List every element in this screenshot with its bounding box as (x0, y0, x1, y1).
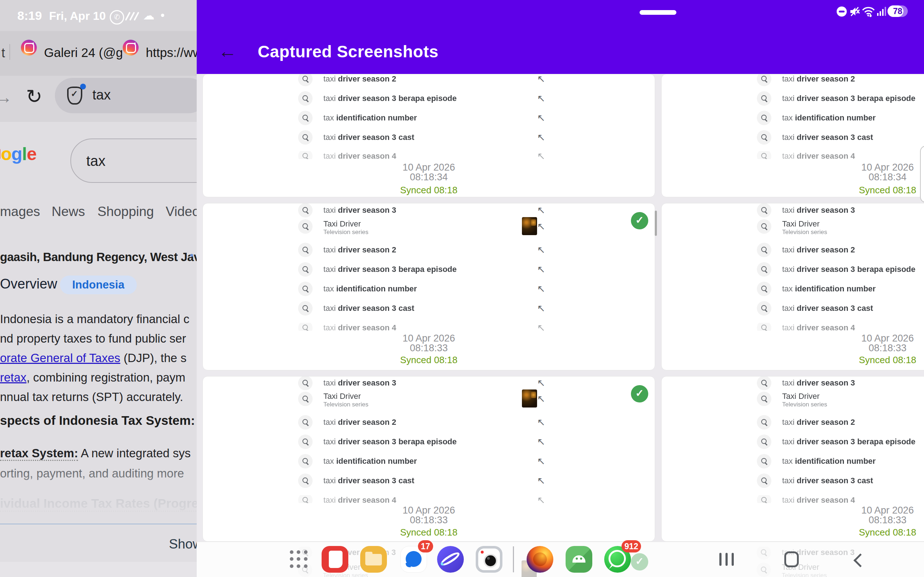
suggestion-text: tax identification number (323, 284, 417, 293)
search-suggestion-row: taxi driver season 4↖ (203, 323, 655, 331)
screenshot-card[interactable]: taxi driver season 3↖Taxi DriverTelevisi… (202, 376, 655, 542)
indonesia-chip[interactable]: Indonesia (60, 276, 137, 294)
search-icon (757, 74, 771, 86)
insert-suggestion-icon: ↖ (537, 205, 545, 216)
search-icon (757, 91, 771, 106)
section-heading: spects of Indonesia Tax System: (0, 413, 195, 428)
wifi-icon (862, 6, 875, 17)
suggestion-text: taxi driver season 4 (323, 323, 396, 331)
window-handle[interactable] (640, 10, 677, 15)
back-button[interactable] (853, 553, 863, 566)
files-app-icon[interactable] (360, 546, 387, 573)
edge-scroll-handle[interactable] (920, 146, 924, 203)
search-icon (298, 495, 313, 503)
search-icon (298, 415, 313, 429)
show-more-link[interactable]: Show (169, 537, 197, 552)
insert-suggestion-icon: ↖ (537, 112, 545, 124)
tab-shopping[interactable]: Shopping (97, 204, 154, 219)
search-icon (757, 415, 771, 429)
screenshot-card[interactable]: taxi driver season 3↖Taxi DriverTelevisi… (202, 203, 655, 371)
search-icon (757, 454, 771, 469)
inline-link[interactable]: retax (0, 371, 26, 384)
tab-news[interactable]: News (52, 204, 85, 219)
tab-images[interactable]: mages (0, 204, 40, 219)
search-suggestion-row: taxi driver season 4↖ (662, 151, 924, 159)
search-icon (757, 435, 771, 449)
browser-tab-strip: t Galeri 24 (@g https://ww (0, 31, 197, 76)
camera-app-icon[interactable] (476, 546, 502, 573)
suggestion-text: taxi driver season 3 berapa episode (782, 94, 915, 103)
whatsapp-notification-icon: ✆ (110, 10, 124, 24)
search-suggestion-row: taxi driver season 3 berapa episode↖ (203, 435, 655, 449)
search-suggestion-row: taxi driver season 2↖ (662, 74, 924, 86)
search-icon (757, 130, 771, 145)
suggestion-text: taxi driver season 4 (323, 495, 396, 503)
search-suggestion-row: taxi driver season 3 berapa episode↖ (662, 262, 924, 277)
app-drawer-icon[interactable] (286, 546, 312, 573)
android-app-icon[interactable] (565, 546, 592, 573)
search-icon (298, 474, 313, 488)
capture-time: 08:18:33 (203, 515, 655, 526)
suggestion-text: taxi driver season 4 (323, 152, 396, 159)
insert-suggestion-icon: ↖ (537, 283, 545, 295)
overview-label: Overview (0, 276, 57, 292)
entity-title: Taxi Driver (782, 219, 820, 229)
search-icon (757, 301, 771, 316)
shield-check-icon[interactable]: ✓ (67, 87, 82, 105)
entity-title: Taxi Driver (323, 392, 361, 401)
search-icon (298, 392, 313, 406)
url-text[interactable]: tax (92, 87, 111, 103)
search-value[interactable]: tax (86, 153, 105, 169)
suggestion-text: taxi driver season 3 cast (323, 304, 414, 313)
search-icon (757, 219, 771, 234)
inline-link[interactable]: orate General of Taxes (0, 351, 120, 364)
screenshot-card[interactable]: taxi driver season 3↖Taxi DriverTelevisi… (661, 203, 924, 371)
search-suggestion-row: taxi driver season 3↖ (203, 376, 655, 390)
search-suggestion-row: taxi driver season 2↖ (662, 415, 924, 429)
partial-suggestion-row: taxi driver season 4↖ (662, 151, 924, 159)
search-suggestion-row: taxi driver season 3 berapa episode↖ (662, 435, 924, 449)
search-suggestion-row: tax identification number↖ (203, 282, 655, 296)
screenshot-card[interactable]: taxi driver season 2↖taxi driver season … (661, 74, 924, 197)
home-button[interactable] (784, 551, 799, 567)
search-icon (757, 151, 771, 159)
suggestion-text: taxi driver season 3 berapa episode (323, 437, 457, 446)
entity-thumbnail (522, 217, 537, 235)
column-scrollbar[interactable] (655, 211, 657, 236)
insert-suggestion-icon: ↖ (537, 323, 545, 331)
fade-overlay (0, 469, 197, 523)
search-icon (298, 91, 313, 106)
tab-videos[interactable]: Videos (166, 204, 197, 219)
entity-subtitle: Television series (782, 401, 827, 408)
status-date: Fri, Apr 10 (49, 10, 106, 23)
browser-app-icon[interactable] (437, 546, 464, 573)
search-suggestion-row: taxi driver season 3 berapa episode↖ (203, 262, 655, 277)
search-suggestion-row: taxi driver season 3 cast↖ (662, 474, 924, 488)
screenshot-card[interactable]: taxi driver season 2↖taxi driver season … (202, 74, 655, 197)
suggestion-text: taxi driver season 2 (782, 417, 855, 427)
pretax-line: retax System: A new integrated sys (0, 446, 191, 460)
firefox-app-icon[interactable] (527, 546, 553, 573)
tab-title: https://ww (146, 45, 197, 60)
back-arrow-icon[interactable]: ← (218, 40, 237, 62)
notes-app-icon[interactable] (321, 546, 348, 573)
insert-suggestion-icon: ↖ (537, 264, 545, 275)
reload-icon[interactable]: ↻ (26, 85, 42, 108)
search-icon (757, 282, 771, 296)
search-icon (298, 203, 313, 218)
suggestion-text: taxi driver season 3 berapa episode (782, 437, 915, 446)
forward-icon[interactable]: → (0, 87, 12, 107)
insert-suggestion-icon: ↖ (537, 132, 545, 143)
screenshot-card[interactable]: taxi driver season 3↖Taxi DriverTelevisi… (661, 376, 924, 542)
suggestion-text: tax identification number (782, 456, 876, 466)
whatsapp-badge: 912 (622, 540, 641, 553)
insert-suggestion-icon: ↖ (537, 151, 545, 159)
suggestion-text: taxi driver season 4 (782, 323, 855, 331)
search-suggestion-row: taxi driver season 2↖ (203, 415, 655, 429)
slashes-icon (127, 11, 140, 21)
synced-status: Synced 08:18 (662, 527, 924, 538)
partial-tab[interactable]: t (2, 45, 5, 61)
recents-button[interactable] (719, 553, 737, 566)
suggestion-text: taxi driver season 2 (323, 245, 396, 255)
search-suggestion-row: taxi driver season 3 cast↖ (203, 474, 655, 488)
